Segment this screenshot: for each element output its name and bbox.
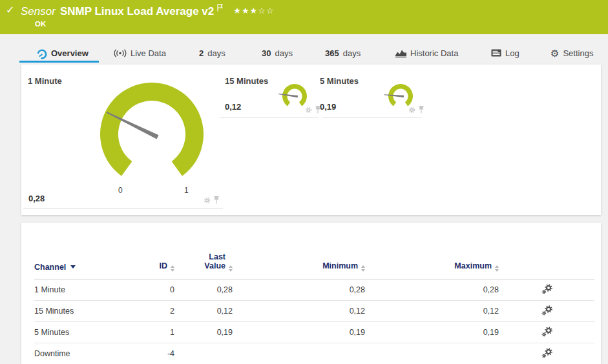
tab-2-days[interactable]: 2 days: [199, 34, 225, 65]
cell-id: -4: [154, 343, 174, 364]
table-row[interactable]: 15 Minutes 2 0,12 0,12 0,12: [34, 301, 594, 322]
channel-settings-icon[interactable]: [541, 287, 552, 296]
gauge-1min-pin-icon[interactable]: [213, 196, 220, 206]
tab-live-data-label: Live Data: [131, 48, 166, 58]
settings-gear-icon: ⚙: [550, 49, 559, 58]
table-header-row: Channel ID Last Value Minimum Maximum: [34, 246, 594, 279]
gauge-5min-value: 0,19: [320, 102, 336, 112]
tab-historic-data[interactable]: Historic Data: [395, 34, 458, 65]
sort-icon: [495, 265, 499, 272]
tab-overview-label: Overview: [51, 48, 89, 58]
divider: [23, 208, 223, 208]
channels-panel: Channel ID Last Value Minimum Maximum 1 …: [21, 223, 601, 364]
stars-empty[interactable]: ☆☆: [258, 6, 274, 15]
gauge-1min-scale-max: 1: [184, 186, 189, 195]
gauge-15min-label: 15 Minutes: [225, 76, 268, 86]
divider: [220, 117, 318, 117]
cell-last-value: 0,19: [174, 322, 233, 343]
cell-maximum: 0,19: [365, 322, 499, 343]
sort-icon: [361, 265, 365, 272]
gauge-15min-value: 0,12: [225, 102, 241, 112]
cell-id: 1: [154, 322, 174, 343]
cell-channel: Downtime: [34, 343, 154, 364]
cell-channel: 5 Minutes: [34, 322, 154, 343]
sort-icon: [229, 265, 233, 272]
column-header-last-value[interactable]: Last Value: [174, 246, 233, 279]
cell-last-value: 0,12: [174, 301, 233, 322]
column-header-maximum[interactable]: Maximum: [365, 246, 499, 279]
tab-365-days-number: 365: [325, 48, 339, 58]
status-ok-check-icon: ✓: [6, 4, 14, 16]
cell-maximum: [365, 343, 499, 364]
tab-30-days-label: days: [275, 48, 292, 58]
table-row[interactable]: 1 Minute 0 0,28 0,28 0,28: [34, 279, 594, 301]
tab-30-days-number: 30: [262, 48, 271, 58]
gauge-1min-value: 0,28: [28, 194, 45, 203]
priority-stars[interactable]: ★★★☆☆: [233, 6, 274, 15]
tab-2-days-label: days: [207, 48, 225, 58]
gauge-icon: [37, 48, 47, 61]
cell-id: 0: [154, 279, 174, 301]
cell-minimum: 0,19: [233, 322, 365, 343]
channels-table: Channel ID Last Value Minimum Maximum 1 …: [34, 246, 594, 364]
table-row[interactable]: Downtime -4: [34, 343, 594, 364]
divider: [323, 117, 421, 117]
cell-maximum: 0,28: [365, 279, 499, 301]
tab-settings[interactable]: ⚙ Settings: [550, 34, 593, 65]
cell-minimum: 0,28: [233, 279, 365, 301]
tab-2-days-number: 2: [199, 48, 204, 58]
stars-filled[interactable]: ★★★: [233, 6, 258, 15]
gauge-5min-gear-icon[interactable]: [408, 106, 415, 116]
object-kind-label: Sensor: [21, 5, 56, 17]
cell-minimum: 0,12: [233, 301, 365, 322]
live-data-icon: [114, 48, 127, 59]
gauge-5min-label: 5 Minutes: [320, 76, 359, 86]
tab-bar: Overview Live Data 2 days 30 days 365 da…: [0, 34, 608, 65]
log-list-icon: [491, 48, 501, 59]
channel-settings-icon[interactable]: [541, 308, 552, 318]
cell-channel: 1 Minute: [34, 279, 154, 301]
status-badge: OK: [35, 20, 46, 28]
tab-365-days[interactable]: 365 days: [325, 34, 361, 65]
tab-log[interactable]: Log: [491, 34, 519, 65]
tab-settings-label: Settings: [563, 48, 593, 58]
column-header-channel[interactable]: Channel: [34, 246, 154, 279]
sort-icon: [171, 265, 174, 272]
cell-minimum: [233, 343, 365, 364]
column-header-minimum[interactable]: Minimum: [233, 246, 365, 279]
cell-id: 2: [154, 301, 174, 322]
flag-icon: [217, 4, 223, 14]
sensor-title: SNMP Linux Load Average v2: [60, 5, 214, 17]
gauge-1min-gear-icon[interactable]: [204, 196, 211, 206]
cell-last-value: 0,28: [174, 279, 233, 301]
column-header-actions: [499, 246, 594, 279]
sensor-header: ✓ SensorSNMP Linux Load Average v2★★★☆☆ …: [0, 0, 608, 34]
tab-historic-data-label: Historic Data: [410, 48, 458, 58]
gauge-1min[interactable]: [97, 79, 207, 177]
historic-chart-icon: [395, 48, 406, 59]
channel-settings-icon[interactable]: [541, 330, 552, 339]
tab-log-label: Log: [505, 48, 519, 58]
tab-30-days[interactable]: 30 days: [262, 34, 293, 65]
cell-maximum: 0,12: [365, 301, 499, 322]
sort-descending-icon: [70, 265, 76, 268]
tab-overview[interactable]: Overview: [37, 34, 89, 65]
gauge-1min-label: 1 Minute: [28, 76, 62, 86]
gauges-panel: 1 Minute 0 1 0,28 15 Minutes 0,12 5 Minu…: [21, 65, 601, 215]
cell-last-value: [174, 343, 233, 364]
cell-channel: 15 Minutes: [34, 301, 154, 322]
gauge-5min-pin-icon[interactable]: [418, 106, 425, 116]
channel-settings-icon[interactable]: [541, 351, 552, 360]
tab-live-data[interactable]: Live Data: [114, 34, 166, 65]
tab-365-days-label: days: [343, 48, 361, 58]
gauge-15min-gear-icon[interactable]: [305, 106, 312, 116]
table-row[interactable]: 5 Minutes 1 0,19 0,19 0,19: [34, 322, 594, 343]
column-header-id[interactable]: ID: [154, 246, 174, 279]
gauge-1min-scale-min: 0: [118, 186, 123, 195]
